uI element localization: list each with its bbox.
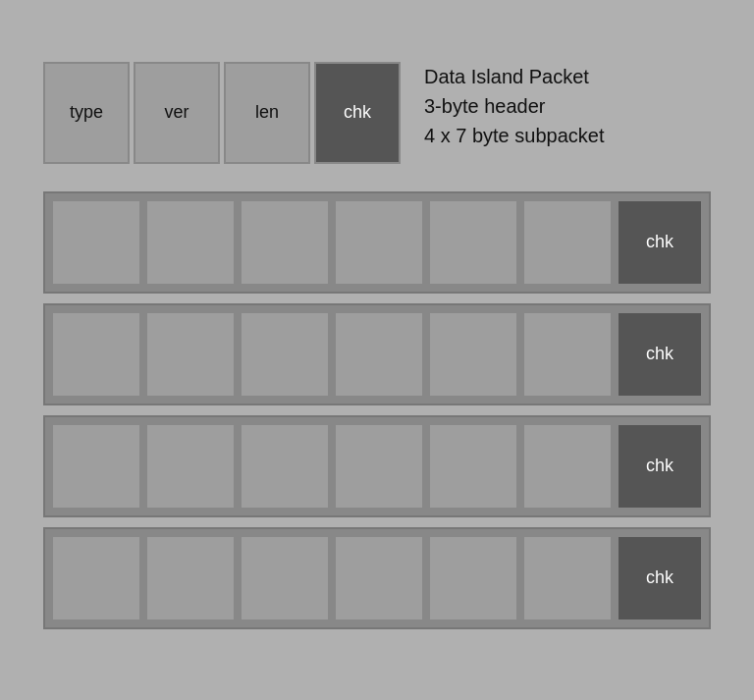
sub-cell: [334, 535, 424, 621]
sub-cell: [51, 423, 141, 510]
sub-cell: [522, 199, 613, 286]
subpacket-row-1: chk: [43, 191, 711, 294]
sub-cell: [51, 311, 141, 398]
sub-cell: [334, 311, 424, 398]
subpacket-row-2: chk: [43, 303, 711, 405]
sub-cell: [145, 311, 236, 398]
sub-cell: [240, 199, 330, 286]
sub-cell: [522, 311, 613, 398]
header-cell-chk: chk: [314, 62, 401, 164]
subpacket-row-4: chk: [43, 527, 711, 629]
sub-cell: [334, 199, 424, 286]
sub-cell: [522, 423, 613, 510]
sub-cell: [334, 423, 424, 510]
header-cell-len: len: [224, 62, 310, 164]
sub-cell: [428, 311, 518, 398]
sub-chk-cell-2: chk: [617, 311, 703, 398]
sub-chk-cell-4: chk: [617, 535, 703, 621]
description-line1: Data Island Packet: [424, 62, 604, 91]
sub-chk-cell-1: chk: [617, 199, 703, 286]
sub-chk-cell-3: chk: [617, 423, 703, 510]
description-line3: 4 x 7 byte subpacket: [424, 121, 604, 150]
header-packet: type ver len chk: [43, 62, 401, 164]
sub-cell: [145, 535, 236, 621]
subpacket-row-3: chk: [43, 415, 711, 517]
sub-cell: [145, 423, 236, 510]
sub-cell: [428, 199, 518, 286]
packet-description: Data Island Packet 3-byte header 4 x 7 b…: [424, 62, 604, 150]
sub-cell: [522, 535, 613, 621]
sub-cell: [240, 535, 330, 621]
sub-cell: [51, 199, 141, 286]
sub-cell: [428, 535, 518, 621]
header-cell-type: type: [43, 62, 130, 164]
sub-cell: [145, 199, 236, 286]
sub-cell: [428, 423, 518, 510]
sub-cell: [51, 535, 141, 621]
sub-cell: [240, 311, 330, 398]
main-container: type ver len chk Data Island Packet 3-by…: [24, 42, 730, 659]
description-line2: 3-byte header: [424, 91, 604, 121]
header-cell-ver: ver: [134, 62, 220, 164]
top-row: type ver len chk Data Island Packet 3-by…: [43, 62, 711, 164]
sub-cell: [240, 423, 330, 510]
